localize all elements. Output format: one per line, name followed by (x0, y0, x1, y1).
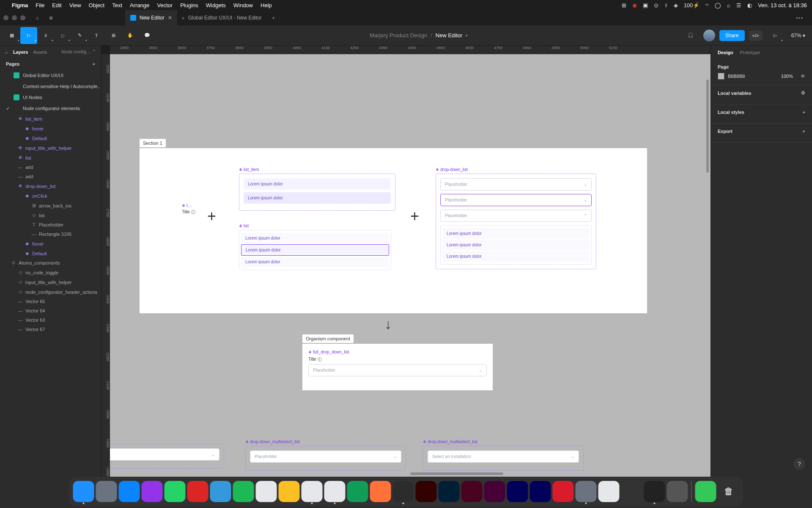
list-item[interactable]: Lorem ipsum dolor (241, 257, 389, 267)
dock-app-drive[interactable] (347, 481, 368, 502)
dropdown-hover[interactable]: Placeholder⌄ (440, 194, 592, 206)
page-row[interactable]: Global Editor UX/UI (0, 70, 101, 81)
page-dropdown[interactable]: Node config… ⌃ (52, 49, 96, 55)
layer-row[interactable]: ◆Default (0, 248, 101, 258)
layer-row[interactable]: —Vector 65 (0, 297, 101, 306)
dock-app-facetime[interactable] (695, 481, 716, 502)
list-item[interactable]: Lorem ipsum dolor (241, 233, 389, 243)
dock-app-launchpad[interactable] (96, 481, 117, 502)
dock-app-podcasts[interactable] (142, 481, 163, 502)
mini-tab-2[interactable] (72, 12, 84, 24)
add-icon[interactable]: + (803, 110, 805, 115)
layer-row[interactable]: ❖input_title_with_helper (0, 143, 101, 153)
tab-overflow-icon[interactable]: ••• (791, 15, 809, 20)
search-icon[interactable]: ⌕ (5, 50, 8, 55)
menu-file[interactable]: File (36, 2, 44, 8)
mini-tab-1[interactable] (58, 12, 70, 24)
audio-icon[interactable]: 🎧 (682, 27, 699, 44)
record-icon[interactable]: ◉ (632, 2, 637, 8)
layer-row[interactable]: —Rectangle 3195 (0, 229, 101, 239)
list-item-default[interactable]: Lorem ipsum dolor (244, 178, 391, 190)
text-tool[interactable]: T (88, 27, 105, 44)
dock-app-settings[interactable] (576, 481, 597, 502)
breadcrumb[interactable]: Marjory Product Design / New Editor ▾ (156, 32, 682, 39)
dock-app-finder[interactable] (73, 481, 94, 502)
menu-widgets[interactable]: Widgets (206, 2, 226, 8)
frame-tool[interactable]: #▾ (37, 27, 54, 44)
dropbox-icon[interactable]: ◈ (674, 2, 678, 8)
layer-row[interactable]: ⊞arrow_back_ios (0, 201, 101, 210)
layer-row[interactable]: —Vector 63 (0, 315, 101, 325)
dock-app-illustrator[interactable] (416, 481, 437, 502)
settings-icon[interactable]: ⚙ (801, 90, 805, 96)
avatar[interactable] (703, 30, 715, 41)
dock-app-hard-drive[interactable] (667, 481, 688, 502)
layer-row[interactable]: —add (0, 163, 101, 172)
display-icon[interactable]: ▣ (643, 2, 648, 8)
home-tab[interactable]: ⌂ (31, 12, 43, 24)
layer-row[interactable]: ◇node_configurator_header_actions (0, 287, 101, 297)
tab-new-editor[interactable]: New Editor ✕ (125, 10, 177, 25)
dock-app-creative-cloud[interactable] (553, 481, 574, 502)
dropdown-option[interactable]: Lorem ipsum dolor (442, 228, 590, 239)
layer-row[interactable]: ◇no_code_toggle (0, 268, 101, 277)
control-center-icon[interactable]: ☰ (736, 2, 741, 8)
page-row[interactable]: Context-sensitive Help / Autocomple… (0, 81, 101, 92)
layer-row[interactable]: ❖list (0, 153, 101, 163)
add-icon[interactable]: + (803, 129, 805, 134)
add-page-icon[interactable]: + (93, 61, 95, 66)
organism-frame[interactable]: full_drop_down_list Titlei Placeholder⌄ (302, 344, 493, 390)
layer-row[interactable]: #Atoms_components (0, 258, 101, 268)
list-item-selected[interactable]: Lorem ipsum dolor (241, 244, 389, 256)
help-button[interactable]: ? (793, 458, 805, 470)
section-frame[interactable]: I… Titlei + list_item Lorem ipsum dolor … (140, 148, 647, 313)
color-opacity[interactable]: 100% (781, 74, 793, 79)
wifi-icon[interactable]: ⌔ (705, 2, 709, 8)
dropdown-default[interactable]: Placeholder⌄ (440, 178, 592, 190)
main-menu-button[interactable]: ▦▾ (3, 27, 20, 44)
community-tab[interactable]: ⊕ (45, 12, 57, 24)
page-row[interactable]: ✓Node configurator elements (0, 103, 101, 114)
menu-text[interactable]: Text (112, 2, 122, 8)
layer-row[interactable]: ◇input_title_with_helper (0, 277, 101, 287)
menu-view[interactable]: View (69, 2, 81, 8)
user-icon[interactable]: ◯ (715, 2, 721, 8)
color-hex[interactable]: B8B8B8 (728, 74, 745, 79)
canvas[interactable]: Section 1 I… Titlei + list_item Lorem ip… (110, 54, 710, 477)
dock-app-qq-browser[interactable] (210, 481, 231, 502)
menu-help[interactable]: Help (261, 2, 272, 8)
dock-app-spotify[interactable] (233, 481, 254, 502)
menu-plugins[interactable]: Plugins (180, 2, 198, 8)
dock-app-appstore[interactable] (119, 481, 140, 502)
dock-app-indesign[interactable] (461, 481, 483, 502)
dock-app-xd[interactable] (484, 481, 505, 502)
menu-vector[interactable]: Vector (157, 2, 173, 8)
dock-app-photoshop[interactable] (439, 481, 460, 502)
dock-app-figma[interactable] (393, 481, 414, 502)
dropdown-option[interactable]: Lorem ipsum dolor (442, 240, 590, 250)
canvas-area[interactable]: 3450355036503750385039504050415042504350… (102, 46, 710, 477)
layer-row[interactable]: TPlaceholder (0, 220, 101, 229)
status-icon[interactable]: ⊞ (622, 2, 626, 8)
zoom-level[interactable]: 67% ▾ (788, 33, 809, 39)
bluetooth-icon[interactable]: ᚼ (664, 2, 668, 8)
dock-app-notes[interactable] (279, 481, 300, 502)
menu-edit[interactable]: Edit (52, 2, 61, 8)
dock-app-terminal[interactable] (644, 481, 665, 502)
mini-tab-4[interactable] (99, 12, 111, 24)
dock-app-whatsapp[interactable] (165, 481, 186, 502)
battery-icon[interactable]: 100⚡ (684, 2, 700, 8)
dock-app-calculator[interactable] (621, 481, 642, 502)
resources-tool[interactable]: ⊞ (105, 27, 122, 44)
move-tool[interactable]: ▷▾ (20, 27, 37, 44)
dock-app-mediaencoder[interactable] (530, 481, 551, 502)
present-button[interactable]: ▷▾ (767, 27, 784, 44)
play-icon[interactable]: ⊙ (654, 2, 658, 8)
menu-arrange[interactable]: Arrange (130, 2, 149, 8)
multiselect-input[interactable]: Select an installation⌄ (428, 450, 579, 463)
clock[interactable]: Ven. 13 oct. à 18:36 (758, 2, 807, 8)
list-item-hover[interactable]: Lorem ipsum dolor (244, 192, 391, 204)
layer-row[interactable]: ❖list_item (0, 114, 101, 124)
close-tab-icon[interactable]: ✕ (168, 15, 172, 21)
dropdown-option[interactable]: Lorem ipsum dolor (442, 251, 590, 262)
